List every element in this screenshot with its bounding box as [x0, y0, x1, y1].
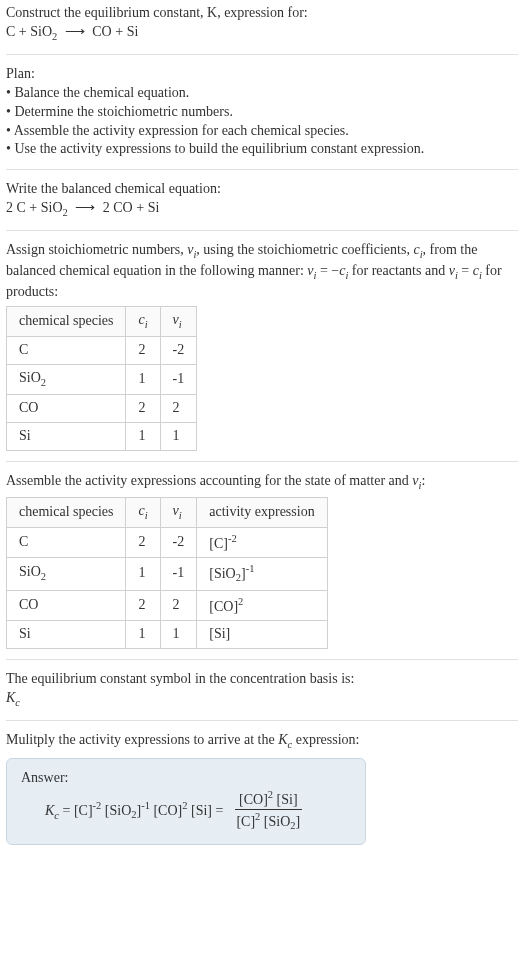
- multiply-line: Mulitply the activity expressions to arr…: [6, 731, 518, 752]
- balanced-heading: Write the balanced chemical equation:: [6, 180, 518, 199]
- cell-species: SiO2: [7, 364, 126, 394]
- col-species: chemical species: [7, 497, 126, 527]
- activity-table: chemical species ci νi activity expressi…: [6, 497, 328, 650]
- col-ci: ci: [126, 307, 160, 337]
- kc-lhs: Kc = [C]-2 [SiO2]-1 [CO]2 [Si] =: [45, 799, 223, 823]
- cell-species: Si: [7, 621, 126, 649]
- table-header-row: chemical species ci νi: [7, 307, 197, 337]
- divider: [6, 54, 518, 55]
- cell-species: CO: [7, 590, 126, 621]
- cell-species: C: [7, 527, 126, 558]
- kc-numerator: [CO]2 [Si]: [235, 788, 302, 811]
- plan-item: • Balance the chemical equation.: [6, 84, 518, 103]
- cell-nui: 1: [160, 621, 197, 649]
- table-row: C 2 -2: [7, 336, 197, 364]
- intro-text: Construct the equilibrium constant, K, e…: [6, 5, 308, 20]
- table-row: CO 2 2: [7, 394, 197, 422]
- cell-ci: 2: [126, 394, 160, 422]
- table-row: Si 1 1 [Si]: [7, 621, 328, 649]
- plan-block: Plan: • Balance the chemical equation. •…: [6, 65, 518, 159]
- cell-nui: -1: [160, 558, 197, 591]
- cell-ci: 1: [126, 621, 160, 649]
- stoich-table: chemical species ci νi C 2 -2 SiO2 1 -1 …: [6, 306, 197, 451]
- divider: [6, 659, 518, 660]
- plan-item: • Use the activity expressions to build …: [6, 140, 518, 159]
- table-row: C 2 -2 [C]-2: [7, 527, 328, 558]
- plan-item: • Assemble the activity expression for e…: [6, 122, 518, 141]
- answer-formula: Kc = [C]-2 [SiO2]-1 [CO]2 [Si] = [CO]2 […: [21, 788, 351, 834]
- cell-activity: [SiO2]-1: [197, 558, 327, 591]
- col-ci: ci: [126, 497, 160, 527]
- cell-nui: 2: [160, 590, 197, 621]
- cell-activity: [CO]2: [197, 590, 327, 621]
- intro-equation: C + SiO2 ⟶ CO + Si: [6, 24, 138, 39]
- cell-species: SiO2: [7, 558, 126, 591]
- balanced-block: Write the balanced chemical equation: 2 …: [6, 180, 518, 220]
- stoich-intro: Assign stoichiometric numbers, νi, using…: [6, 241, 518, 302]
- col-species: chemical species: [7, 307, 126, 337]
- col-activity: activity expression: [197, 497, 327, 527]
- table-row: Si 1 1: [7, 422, 197, 450]
- cell-ci: 1: [126, 422, 160, 450]
- cell-ci: 1: [126, 558, 160, 591]
- kc-symbol-block: The equilibrium constant symbol in the c…: [6, 670, 518, 710]
- cell-activity: [C]-2: [197, 527, 327, 558]
- divider: [6, 461, 518, 462]
- kc-fraction: [CO]2 [Si] [C]2 [SiO2]: [232, 788, 304, 834]
- plan-item: • Determine the stoichiometric numbers.: [6, 103, 518, 122]
- kc-symbol-line: The equilibrium constant symbol in the c…: [6, 670, 518, 689]
- cell-ci: 1: [126, 364, 160, 394]
- intro-line: Construct the equilibrium constant, K, e…: [6, 4, 518, 44]
- table-row: SiO2 1 -1: [7, 364, 197, 394]
- cell-nui: -2: [160, 336, 197, 364]
- balanced-equation: 2 C + SiO2 ⟶ 2 CO + Si: [6, 200, 159, 215]
- col-nui: νi: [160, 497, 197, 527]
- table-row: SiO2 1 -1 [SiO2]-1: [7, 558, 328, 591]
- answer-box: Answer: Kc = [C]-2 [SiO2]-1 [CO]2 [Si] =…: [6, 758, 366, 845]
- cell-ci: 2: [126, 336, 160, 364]
- cell-species: C: [7, 336, 126, 364]
- divider: [6, 720, 518, 721]
- activity-intro: Assemble the activity expressions accoun…: [6, 472, 518, 493]
- cell-nui: 2: [160, 394, 197, 422]
- answer-label: Answer:: [21, 769, 351, 788]
- divider: [6, 169, 518, 170]
- col-nui: νi: [160, 307, 197, 337]
- table-row: CO 2 2 [CO]2: [7, 590, 328, 621]
- cell-activity: [Si]: [197, 621, 327, 649]
- stoich-block: Assign stoichiometric numbers, νi, using…: [6, 241, 518, 450]
- plan-heading: Plan:: [6, 65, 518, 84]
- cell-species: CO: [7, 394, 126, 422]
- kc-denominator: [C]2 [SiO2]: [232, 810, 304, 834]
- cell-nui: -2: [160, 527, 197, 558]
- table-header-row: chemical species ci νi activity expressi…: [7, 497, 328, 527]
- activity-block: Assemble the activity expressions accoun…: [6, 472, 518, 650]
- cell-species: Si: [7, 422, 126, 450]
- divider: [6, 230, 518, 231]
- cell-nui: 1: [160, 422, 197, 450]
- cell-ci: 2: [126, 590, 160, 621]
- kc-symbol: Kc: [6, 689, 518, 710]
- cell-nui: -1: [160, 364, 197, 394]
- cell-ci: 2: [126, 527, 160, 558]
